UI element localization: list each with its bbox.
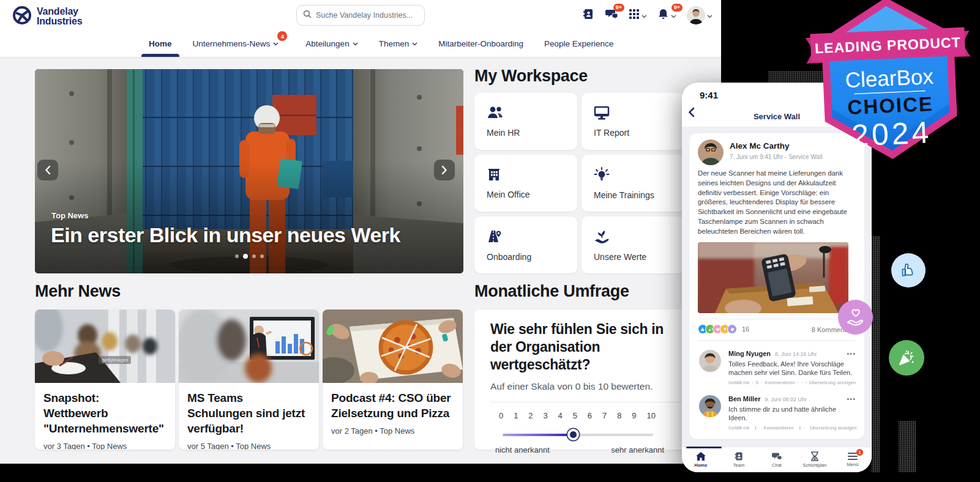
notifications-button[interactable]: 9+ bbox=[657, 8, 676, 23]
clearbox-award-badge: LEADING PRODUCT ClearBox CHOICE 2024 bbox=[803, 0, 976, 171]
feed-canvas: Alex Mc Carthy 7. Juni um 9:41 Uhr - Ser… bbox=[682, 127, 872, 447]
carousel-dots bbox=[35, 254, 463, 259]
carousel-dot[interactable] bbox=[235, 254, 239, 258]
survey-subtitle: Auf einer Skala von 0 bis 10 bewerten. bbox=[490, 381, 685, 392]
post-author-name[interactable]: Alex Mc Carthy bbox=[730, 141, 790, 150]
news-card-1[interactable]: gettyimages Snapshot: Wettbewerb "Untern… bbox=[35, 310, 175, 450]
chat-icon bbox=[771, 451, 782, 461]
comment-menu-button[interactable]: ••• bbox=[847, 350, 856, 357]
tab-home[interactable]: Home bbox=[682, 447, 720, 472]
reaction-summary[interactable]: 16 bbox=[698, 324, 749, 334]
like-button[interactable]: Gefällt mir bbox=[728, 425, 750, 431]
post-image[interactable] bbox=[698, 242, 848, 313]
news-cards: gettyimages Snapshot: Wettbewerb "Untern… bbox=[35, 310, 463, 450]
scale-tick: 2 bbox=[528, 411, 533, 420]
slider-max-label: sehr anerkannt bbox=[611, 445, 664, 454]
comment-author-name[interactable]: Ben Miller bbox=[728, 395, 761, 402]
like-button[interactable]: Gefällt mir bbox=[728, 380, 750, 385]
show-translation-button[interactable]: Übersetzung anzeigen bbox=[809, 380, 856, 385]
reply-button[interactable]: Kommentieren bbox=[763, 425, 793, 431]
comment-time: 9. Juni 08:02 Uhr bbox=[765, 396, 807, 402]
nav-abteilungen[interactable]: Abteilungen bbox=[305, 31, 357, 57]
tile-mein-hr[interactable]: Mein HR bbox=[474, 93, 577, 150]
tile-label: Mein HR bbox=[487, 128, 565, 138]
comment: ••• Ming Nyugen 8. Juni 14:16 Uhr Tolles… bbox=[699, 350, 856, 385]
tab-label: Schichtplan bbox=[803, 462, 827, 468]
hourglass-icon bbox=[810, 451, 819, 461]
contacts-book-icon bbox=[582, 8, 594, 23]
tab-label: Team bbox=[733, 462, 744, 468]
separator: · bbox=[761, 380, 763, 385]
nav-people-experience[interactable]: People Experience bbox=[544, 31, 613, 57]
nav-label: Unternehmens-News bbox=[193, 39, 271, 48]
post-meta: 7. Juni um 9:41 Uhr - Service Wall bbox=[730, 154, 822, 160]
tab-menu[interactable]: Menü 1 bbox=[834, 447, 872, 472]
hero-carousel: Top News Ein erster Blick in unser neues… bbox=[35, 69, 463, 273]
clap-reaction-icon bbox=[727, 324, 737, 334]
tile-onboarding[interactable]: Onboarding bbox=[474, 217, 577, 273]
stock-watermark: gettyimages bbox=[99, 356, 131, 364]
tile-label: Mein Office bbox=[487, 190, 565, 199]
global-search[interactable] bbox=[296, 5, 425, 26]
show-translation-button[interactable]: Übersetzung anzeigen bbox=[810, 425, 857, 431]
comment-author-avatar[interactable] bbox=[699, 350, 721, 372]
comment-menu-button[interactable]: ••• bbox=[847, 395, 856, 402]
carousel-dot-active[interactable] bbox=[243, 254, 248, 259]
like-count: 1 bbox=[755, 425, 757, 431]
nav-mitarbeiter-onboarding[interactable]: Mitarbeiter-Onboarding bbox=[438, 31, 523, 57]
scale-tick: 4 bbox=[558, 411, 563, 420]
status-bar-time: 9:41 bbox=[700, 90, 718, 100]
nav-label: Mitarbeiter-Onboarding bbox=[438, 39, 523, 48]
carousel-dot[interactable] bbox=[260, 254, 264, 258]
post-body-text: Der neue Scanner hat meine Lieferungen d… bbox=[698, 169, 857, 237]
tile-unsere-werte[interactable]: Unsere Werte bbox=[582, 217, 684, 273]
tile-mein-office[interactable]: Mein Office bbox=[474, 155, 577, 212]
back-button[interactable] bbox=[688, 107, 695, 120]
slider-handle[interactable] bbox=[567, 429, 579, 440]
comment-author-name[interactable]: Ming Nyugen bbox=[728, 350, 771, 357]
messages-button[interactable]: 9+ bbox=[605, 8, 618, 23]
chevron-down-icon bbox=[353, 42, 358, 46]
tab-chat[interactable]: Chat bbox=[758, 447, 796, 472]
tab-label: Home bbox=[695, 462, 708, 468]
mobile-tab-bar: Home Team Chat Schichtplan Menü 1 bbox=[682, 447, 872, 472]
reply-button[interactable]: Kommentieren bbox=[765, 380, 795, 385]
carousel-next-button[interactable] bbox=[434, 160, 455, 180]
tab-schichtplan[interactable]: Schichtplan bbox=[796, 447, 834, 472]
nav-home[interactable]: Home bbox=[149, 31, 172, 57]
search-input[interactable] bbox=[316, 11, 414, 20]
post-author-avatar[interactable] bbox=[698, 139, 724, 165]
comment-author-avatar[interactable] bbox=[699, 395, 721, 417]
tab-team[interactable]: Team bbox=[720, 447, 758, 472]
news-image-pizza bbox=[323, 310, 463, 383]
nav-unternehmens-news[interactable]: Unternehmens-News 4 bbox=[193, 31, 279, 57]
news-card-3[interactable]: Podcast #4: CSO über Zielsetzung und Piz… bbox=[323, 310, 463, 450]
news-section-title: Mehr News bbox=[35, 282, 121, 301]
company-logo[interactable]: Vandelay Industries bbox=[12, 6, 82, 28]
nav-themen[interactable]: Themen bbox=[379, 31, 418, 57]
tile-meine-trainings[interactable]: Meine Trainings bbox=[582, 155, 684, 212]
carousel-dot[interactable] bbox=[252, 254, 256, 258]
apps-button[interactable] bbox=[629, 9, 647, 22]
carousel-prev-button[interactable] bbox=[37, 160, 58, 180]
comment-time: 8. Juni 14:16 Uhr bbox=[775, 351, 817, 357]
tile-it-report[interactable]: IT Report bbox=[582, 93, 684, 150]
news-card-2[interactable]: MS Teams Schulungen sind jetzt verfügbar… bbox=[179, 310, 319, 450]
user-avatar bbox=[687, 6, 705, 24]
survey-scale: 012345678910 bbox=[499, 411, 656, 420]
tab-label: Menü bbox=[847, 462, 859, 467]
chevron-down-icon bbox=[273, 42, 279, 46]
survey-card: Wie sehr fühlen Sie sich in der Organisa… bbox=[474, 310, 701, 450]
survey-question: Wie sehr fühlen Sie sich in der Organisa… bbox=[490, 321, 674, 374]
notifications-count-badge: 9+ bbox=[671, 4, 683, 12]
survey-slider[interactable] bbox=[503, 429, 653, 441]
like-count: 5 bbox=[756, 380, 758, 385]
logo-line2: Industries bbox=[37, 17, 82, 26]
profile-button[interactable] bbox=[687, 6, 713, 24]
app-header: Vandelay Industries 9+ bbox=[0, 0, 721, 57]
comment-text: Tolles Feedback, Alex! Ihre Vorschläge m… bbox=[728, 360, 856, 377]
active-tab-indicator bbox=[686, 447, 722, 448]
chevron-left-icon bbox=[45, 165, 51, 175]
scale-tick: 1 bbox=[514, 411, 518, 420]
contacts-button[interactable] bbox=[582, 8, 594, 23]
